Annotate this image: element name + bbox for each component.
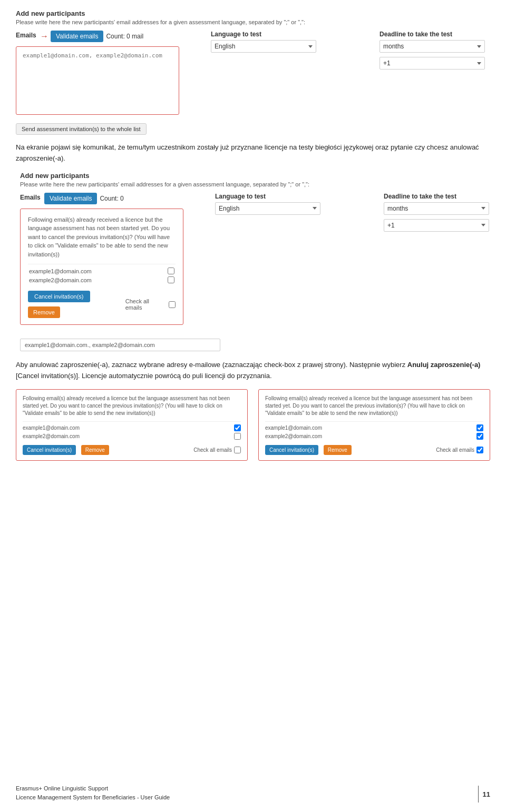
mini-right-email2-checkbox[interactable] <box>476 433 483 440</box>
mini-left-warning: Following email(s) already received a li… <box>23 395 241 417</box>
email1-checkbox[interactable] <box>168 268 174 274</box>
section1-title: Add new participants <box>16 9 490 17</box>
mini-right-warning: Following email(s) already received a li… <box>265 395 483 417</box>
mini-right-email2-row: example2@domain.com <box>265 433 483 440</box>
remove-button[interactable]: Remove <box>28 306 60 318</box>
mini-left-email1-checkbox[interactable] <box>234 424 241 431</box>
mini-left-check-all-checkbox[interactable] <box>234 447 241 453</box>
section2-deadline-label: Deadline to take the test <box>384 193 489 200</box>
mini-left-email1-row: example1@domain.com <box>23 424 241 431</box>
footer-divider <box>478 786 479 803</box>
arrow-icon: → <box>40 32 48 41</box>
mini-panels-row: Following email(s) already received a li… <box>16 389 490 461</box>
section1: Add new participants Please write here t… <box>16 9 490 135</box>
email-input[interactable] <box>20 339 220 351</box>
section2-language-select[interactable]: English <box>215 202 320 215</box>
footer-line2: Licence Management System for Beneficiar… <box>16 793 170 803</box>
page-number: 11 <box>483 790 490 798</box>
mini-right-check-all-label: Check all emails <box>436 447 474 453</box>
mini-left-cancel-btn[interactable]: Cancel invitation(s) <box>23 445 76 455</box>
footer-right-area: 11 <box>478 786 490 803</box>
section2-count-label: Count: 0 <box>100 195 123 202</box>
section1-subtitle: Please write here the new participants' … <box>16 19 490 25</box>
warning-text: Following email(s) already received a li… <box>28 215 176 259</box>
section2-deadline-months-select[interactable]: months <box>384 202 489 215</box>
email2-row: example2@domain.com <box>28 276 176 283</box>
validate-emails-button[interactable]: Validate emails <box>51 31 103 42</box>
section2-subtitle: Please write here the new participants' … <box>20 181 486 187</box>
mini-right-check-all-row: Check all emails <box>436 447 483 453</box>
count-label: Count: 0 mail <box>106 33 143 40</box>
para2-bold: Anuluj zaproszenie(-a) <box>407 361 481 369</box>
mini-left-email2-label: example2@domain.com <box>23 433 80 439</box>
section2-lang-label: Language to test <box>215 193 320 200</box>
mini-right-email2-label: example2@domain.com <box>265 433 322 439</box>
deadline-months-select[interactable]: months <box>380 40 485 53</box>
check-all-label: Check all emails <box>125 298 166 311</box>
emails-label: Emails <box>16 32 36 39</box>
mini-panel-left: Following email(s) already received a li… <box>16 389 248 461</box>
mini-left-email2-row: example2@domain.com <box>23 433 241 440</box>
lang-label: Language to test <box>211 31 316 38</box>
section2-deadline-plus1-select[interactable]: +1 <box>384 219 489 232</box>
email1-label: example1@domain.com <box>29 268 92 274</box>
email2-label: example2@domain.com <box>29 277 92 283</box>
cancel-invitations-button[interactable]: Cancel invitation(s) <box>28 291 90 302</box>
check-all-row: Check all emails <box>125 298 176 311</box>
check-all-checkbox[interactable] <box>169 301 176 308</box>
section2: Add new participants Please write here t… <box>16 172 490 352</box>
email2-checkbox[interactable] <box>168 276 174 283</box>
mini-left-email2-checkbox[interactable] <box>234 433 241 440</box>
mini-right-remove-btn[interactable]: Remove <box>324 445 352 455</box>
mini-right-email1-checkbox[interactable] <box>476 424 483 431</box>
language-select[interactable]: English <box>211 40 316 53</box>
para2-part1: Aby anulować zaproszenie(-a), zaznacz wy… <box>16 361 407 369</box>
deadline-label: Deadline to take the test <box>380 31 485 38</box>
mini-right-email1-label: example1@domain.com <box>265 425 322 431</box>
footer-line1: Erasmus+ Online Linguistic Support <box>16 784 170 794</box>
footer-left: Erasmus+ Online Linguistic Support Licen… <box>16 784 170 803</box>
mini-left-check-all-row: Check all emails <box>193 447 241 453</box>
footer: Erasmus+ Online Linguistic Support Licen… <box>16 784 490 803</box>
mini-right-email1-row: example1@domain.com <box>265 424 483 431</box>
send-invitations-button[interactable]: Send assessment invitation(s) to the who… <box>16 123 147 135</box>
section2-title: Add new participants <box>20 172 486 180</box>
para2-part2: [Cancel invitation(s)]. Licencje automat… <box>16 372 272 380</box>
deadline-plus1-select[interactable]: +1 <box>380 57 485 70</box>
mini-right-cancel-btn[interactable]: Cancel invitation(s) <box>265 445 318 455</box>
mini-left-email1-label: example1@domain.com <box>23 425 80 431</box>
paragraph2: Aby anulować zaproszenie(-a), zaznacz wy… <box>16 360 490 382</box>
mini-left-check-all-label: Check all emails <box>193 447 232 453</box>
mini-right-check-all-checkbox[interactable] <box>476 447 483 453</box>
paragraph1: Na ekranie pojawi się komunikat, że temu… <box>16 142 490 164</box>
emails-textarea[interactable] <box>23 52 172 109</box>
mini-left-remove-btn[interactable]: Remove <box>81 445 109 455</box>
section2-emails-label: Emails <box>20 194 41 201</box>
mini-panel-right: Following email(s) already received a li… <box>258 389 490 461</box>
email1-row: example1@domain.com <box>28 268 176 274</box>
section2-validate-emails-button[interactable]: Validate emails <box>44 193 97 204</box>
